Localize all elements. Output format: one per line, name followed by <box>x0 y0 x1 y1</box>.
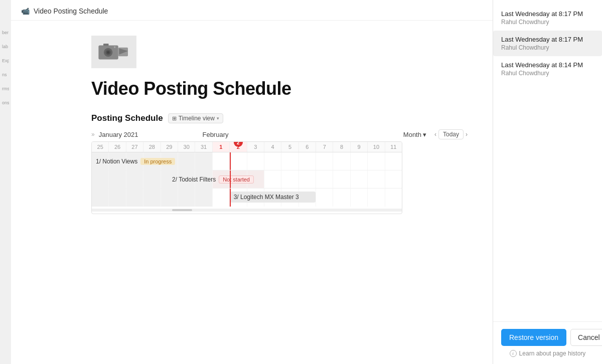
date-6: 6 <box>299 142 316 152</box>
page-cover-image <box>91 36 136 68</box>
january-label: January 2021 <box>99 131 138 138</box>
history-author-1: Rahul Chowdhury <box>501 19 594 26</box>
task-2-status: Not started <box>219 175 254 184</box>
modal-title: Video Posting Schedule <box>34 7 108 15</box>
task-1-name: 1/ Notion Views <box>96 158 137 165</box>
task-3-name: 3/ Logitech MX Master 3 <box>234 194 299 201</box>
history-list: Last Wednesday at 8:17 PM Rahul Chowdhur… <box>493 0 602 321</box>
timeline-scrollbar[interactable] <box>92 209 402 212</box>
timeline-container: 25 26 27 28 29 30 31 1 2 2 3 4 5 6 <box>91 141 402 214</box>
prev-period-icon[interactable]: ‹ <box>434 131 436 138</box>
history-item-2[interactable]: Last Wednesday at 8:17 PM Rahul Chowdhur… <box>493 31 602 56</box>
scrollbar-thumb <box>172 209 192 211</box>
camera-icon: 📹 <box>21 7 30 15</box>
date-9: 9 <box>351 142 368 152</box>
timeline-nav: » January 2021 February Month ▾ ‹ Today … <box>91 129 468 139</box>
task-2-name: 2/ Todoist Filters <box>172 176 216 183</box>
date-5: 5 <box>281 142 298 152</box>
history-time-1: Last Wednesday at 8:17 PM <box>501 10 594 18</box>
history-item-1[interactable]: Last Wednesday at 8:17 PM Rahul Chowdhur… <box>493 5 602 31</box>
section-header: Posting Schedule ⊞ Timeline view ▾ <box>91 113 468 123</box>
table-row: 3/ Logitech MX Master 3 <box>92 189 402 207</box>
history-author-3: Rahul Chowdhury <box>501 70 594 77</box>
date-30: 30 <box>178 142 195 152</box>
date-2: 2 2 <box>230 142 247 152</box>
timeline-rows: 1/ Notion Views In progress <box>92 152 402 207</box>
date-26: 26 <box>109 142 126 152</box>
page-title: Video Posting Schedule <box>91 78 468 99</box>
february-label: February <box>202 131 228 138</box>
svg-point-7 <box>114 46 116 48</box>
right-panel: Last Wednesday at 8:17 PM Rahul Chowdhur… <box>493 0 602 364</box>
date-31: 31 <box>195 142 212 152</box>
timeline-dates: 25 26 27 28 29 30 31 1 2 2 3 4 5 6 <box>92 142 402 152</box>
history-item-3[interactable]: Last Wednesday at 8:14 PM Rahul Chowdhur… <box>493 56 602 82</box>
modal-body: Video Posting Schedule Posting Schedule … <box>11 21 493 364</box>
double-left-arrow[interactable]: » <box>91 131 95 138</box>
today-button[interactable]: Today <box>438 129 464 139</box>
today-badge: 2 <box>234 141 243 147</box>
view-badge-label: Timeline view <box>179 115 215 122</box>
next-period-icon[interactable]: › <box>466 131 468 138</box>
history-time-2: Last Wednesday at 8:17 PM <box>501 36 594 43</box>
task-1-status: In progress <box>140 158 175 165</box>
learn-label: Learn about page history <box>519 350 586 357</box>
section-title: Posting Schedule <box>91 113 163 123</box>
chevron-down-icon: ▾ <box>217 116 219 121</box>
month-chevron-icon: ▾ <box>423 131 426 138</box>
modal: 📹 Video Posting Schedule Video Post <box>11 0 493 364</box>
date-4: 4 <box>264 142 281 152</box>
history-time-3: Last Wednesday at 8:14 PM <box>501 61 594 69</box>
timeline-view-badge[interactable]: ⊞ Timeline view ▾ <box>168 113 223 123</box>
date-29: 29 <box>161 142 178 152</box>
sidebar-hint: ber lab Exp ns rms ons <box>0 0 11 364</box>
date-7: 7 <box>316 142 333 152</box>
history-author-2: Rahul Chowdhury <box>501 44 594 51</box>
skip-back-arrows[interactable]: » <box>91 131 95 138</box>
info-icon: i <box>510 350 517 357</box>
date-27: 27 <box>126 142 143 152</box>
svg-point-3 <box>107 51 109 54</box>
date-10: 10 <box>368 142 385 152</box>
month-dropdown[interactable]: Month ▾ <box>403 131 426 138</box>
date-28: 28 <box>143 142 161 152</box>
learn-link[interactable]: i Learn about page history <box>501 350 594 357</box>
date-1: 1 <box>213 142 230 152</box>
table-row: 1/ Notion Views In progress <box>92 152 402 170</box>
table-row: 2/ Todoist Filters Not started <box>92 170 402 189</box>
date-8: 8 <box>333 142 350 152</box>
overlay-bg: ber lab Exp ns rms ons 📹 Video Posting S… <box>0 0 602 364</box>
date-11: 11 <box>385 142 402 152</box>
today-nav: ‹ Today › <box>434 129 468 139</box>
table-icon: ⊞ <box>172 115 177 122</box>
month-dropdown-label: Month <box>403 131 421 138</box>
footer-buttons: Restore version Cancel <box>501 329 594 346</box>
restore-version-button[interactable]: Restore version <box>501 329 566 346</box>
cancel-button[interactable]: Cancel <box>570 329 602 346</box>
right-panel-footer: Restore version Cancel i Learn about pag… <box>493 321 602 364</box>
svg-rect-6 <box>103 44 109 46</box>
date-25: 25 <box>92 142 109 152</box>
date-3: 3 <box>247 142 264 152</box>
modal-header: 📹 Video Posting Schedule <box>11 0 493 21</box>
